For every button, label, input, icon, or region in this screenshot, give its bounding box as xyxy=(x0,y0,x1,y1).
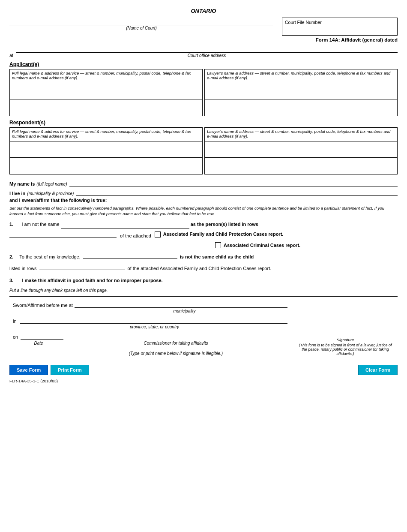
header-left: (Name of Court) xyxy=(9,18,282,30)
sworn-section: Sworn/Affirmed before me at municipality… xyxy=(9,296,398,358)
form-id: FLR-14A-35-1-E (2010/03) xyxy=(9,379,398,383)
sworn-date-input[interactable] xyxy=(21,332,63,340)
para3-row: 3. I make this affidavit in good faith a… xyxy=(9,277,398,285)
para2-input1[interactable] xyxy=(83,252,177,258)
sworn-commissioner-label: Commissioner for taking affidavits xyxy=(64,341,287,346)
para2-text1: To the best of my knowledge, xyxy=(19,253,80,261)
save-button[interactable]: Save Form xyxy=(9,365,48,375)
respondent-right-col: Lawyer's name & address — street & numbe… xyxy=(204,127,398,174)
my-name-sublabel: (full legal name) xyxy=(36,182,67,186)
applicant-address-input2[interactable] xyxy=(10,99,202,116)
para3-text: I make this affidavit in good faith and … xyxy=(22,278,162,283)
para2-text3: listed in rows xyxy=(9,264,37,273)
para2-tab xyxy=(15,253,18,261)
para1-row2: of the attached Associated Family and Ch… xyxy=(9,230,398,240)
applicants-section: Full legal name & address for service — … xyxy=(9,69,398,116)
sworn-date-label: Date xyxy=(13,341,64,346)
para1-input2[interactable] xyxy=(9,231,117,237)
footer-left-buttons: Save Form Print Form xyxy=(9,365,89,375)
para1-row1: 1. I am not the same as the person(s) li… xyxy=(9,220,398,229)
sworn-commissioner-note: (Type or print name below if signature i… xyxy=(64,351,287,356)
para1-checkbox2-label: Associated Criminal Cases report. xyxy=(224,243,300,248)
applicant-left-col: Full legal name & address for service — … xyxy=(9,69,203,116)
court-name-label: (Name of Court) xyxy=(9,26,273,30)
my-name-label: My name is xyxy=(9,181,35,186)
respondent-lawyer-input1[interactable] xyxy=(205,141,397,158)
para1-checkbox1-box[interactable] xyxy=(155,231,161,237)
i-live-sublabel: (municipality & province) xyxy=(27,191,74,196)
form-title: Form 14A: Affidavit (general) dated xyxy=(9,37,398,42)
para1-checkbox2-row: Associated Criminal Cases report. xyxy=(215,242,398,248)
applicant-lawyer-input1[interactable] xyxy=(205,83,397,99)
respondent-lawyer-input2[interactable] xyxy=(205,158,397,174)
sworn-right: Signature (This form is to be signed in … xyxy=(292,297,398,358)
para2-text4: of the attached Associated Family and Ch… xyxy=(128,264,272,273)
form-page: ONTARIO (Name of Court) Court File Numbe… xyxy=(0,0,407,532)
respondent-address-input2[interactable] xyxy=(10,158,202,174)
header-row: (Name of Court) Court File Number xyxy=(9,18,398,36)
sworn-in-row: in xyxy=(13,316,287,324)
para1-checkbox2-box[interactable] xyxy=(215,242,221,248)
signature-area: Signature (This form is to be signed in … xyxy=(296,337,394,356)
sworn-on-row: on xyxy=(13,332,287,340)
respondents-section: Full legal name & address for service — … xyxy=(9,127,398,174)
respondent-address-input1[interactable] xyxy=(10,141,202,158)
paragraph-2: 2. To the best of my knowledge, is not t… xyxy=(9,252,398,273)
applicants-heading: Applicant(s) xyxy=(9,61,398,67)
clear-button[interactable]: Clear Form xyxy=(358,365,398,375)
sworn-municipality-label: municipality xyxy=(81,309,287,313)
court-name-input[interactable] xyxy=(9,18,273,25)
i-live-input[interactable] xyxy=(76,188,398,196)
i-live-label: I live in xyxy=(9,191,25,196)
applicant-lawyer-label: Lawyer's name & address — street & numbe… xyxy=(205,69,397,83)
para3-num: 3. xyxy=(9,278,13,283)
respondent-full-name-label: Full legal name & address for service — … xyxy=(10,128,202,141)
put-line-note: Put a line through any blank space left … xyxy=(9,288,398,293)
court-address-wrap: Court office address xyxy=(16,45,398,58)
signature-label: Signature xyxy=(296,337,394,342)
signature-note: (This form is to be signed in front of a… xyxy=(296,343,394,356)
para2-num: 2. xyxy=(9,253,13,261)
swear-heading: and I swear/affirm that the following is… xyxy=(9,198,398,203)
para1-text2: as the person(s) listed in rows xyxy=(191,222,258,227)
footer-buttons: Save Form Print Form Clear Form xyxy=(9,362,398,377)
court-office-label: Court office address xyxy=(16,53,398,58)
respondent-left-col: Full legal name & address for service — … xyxy=(9,127,203,174)
i-live-row: I live in (municipality & province) xyxy=(9,188,398,196)
paragraph-1: 1. I am not the same as the person(s) li… xyxy=(9,220,398,248)
applicant-address-input1[interactable] xyxy=(10,83,202,99)
sworn-on-label: on xyxy=(13,334,18,340)
para2-input2[interactable] xyxy=(39,263,125,270)
sworn-label: Sworn/Affirmed before me at xyxy=(13,303,73,308)
sworn-municipality-input[interactable] xyxy=(75,300,287,308)
para1-num: 1. xyxy=(9,222,13,227)
para1-tab xyxy=(16,222,20,227)
para2-row2: listed in rows of the attached Associate… xyxy=(9,263,398,273)
province-title: ONTARIO xyxy=(9,8,398,14)
court-file-number-label: Court File Number xyxy=(285,20,322,25)
print-button[interactable]: Print Form xyxy=(51,365,89,375)
applicant-full-name-label: Full legal name & address for service — … xyxy=(10,69,202,83)
sworn-province-input[interactable] xyxy=(20,316,287,324)
para1-text3: of the attached xyxy=(120,232,151,240)
para1-input1[interactable] xyxy=(61,222,189,228)
at-row: at Court office address xyxy=(9,45,398,58)
paragraph-3: 3. I make this affidavit in good faith a… xyxy=(9,277,398,285)
sworn-at-row: Sworn/Affirmed before me at xyxy=(13,300,287,308)
para1-checkbox1-label: Associated Family and Child Protection C… xyxy=(163,230,284,239)
at-label: at xyxy=(9,53,13,58)
applicant-lawyer-input2[interactable] xyxy=(205,99,397,116)
para2-row1: 2. To the best of my knowledge, is not t… xyxy=(9,252,398,261)
court-address-input[interactable] xyxy=(16,45,398,53)
my-name-input[interactable] xyxy=(69,179,398,186)
para1-text1: I am not the same xyxy=(21,222,59,227)
my-name-row: My name is (full legal name) xyxy=(9,179,398,186)
respondents-heading: Respondent(s) xyxy=(9,120,398,126)
sworn-left: Sworn/Affirmed before me at municipality… xyxy=(9,297,292,358)
sworn-province-label: province, state, or country xyxy=(21,325,287,329)
applicant-right-col: Lawyer's name & address — street & numbe… xyxy=(204,69,398,116)
sworn-date-part xyxy=(21,332,63,340)
sworn-in-label: in xyxy=(13,319,17,324)
instructions-block: Set out the statements of fact in consec… xyxy=(9,205,398,217)
court-file-box: Court File Number xyxy=(282,18,398,36)
